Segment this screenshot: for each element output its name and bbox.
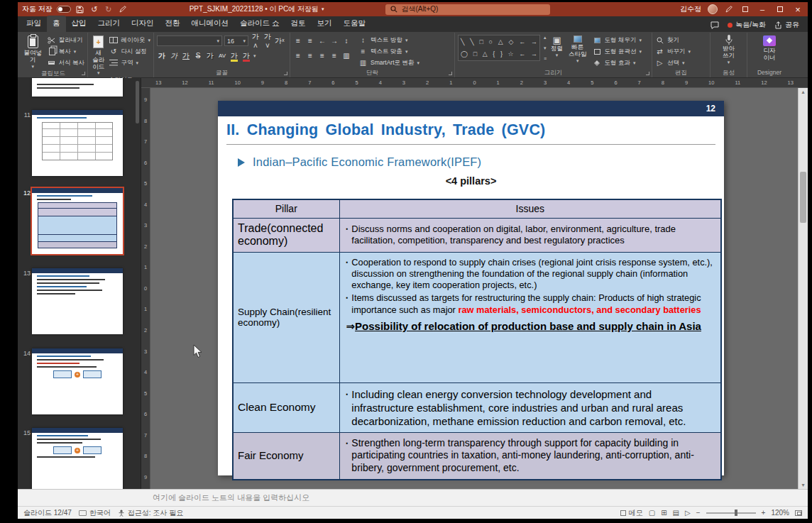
format-painter-button[interactable]: 서식 복사 (47, 57, 84, 68)
italic-button[interactable]: 가 (169, 51, 179, 61)
pillars-caption[interactable]: <4 pillars> (218, 175, 724, 187)
slide-thumbnail-12[interactable] (32, 188, 123, 254)
issues-cell-clean-economy[interactable]: ▪Including clean energy conversion techn… (339, 382, 721, 432)
strikethrough-button[interactable]: S (193, 52, 203, 60)
shapes-gallery-scroll[interactable]: ▴▾≡ (543, 35, 547, 61)
shapes-gallery[interactable]: ╲╲□○△◇←→ ◯□△{}☆←→ (458, 35, 540, 61)
pillars-table[interactable]: Pillar Issues Trade(connected economy) ▪… (232, 199, 722, 480)
pillar-cell-trade[interactable]: Trade(connected economy) (233, 218, 339, 252)
text-direction-button[interactable]: ↕ 텍스트 방향▾ (358, 35, 419, 45)
font-name-combobox[interactable]: ▾ (157, 35, 222, 46)
pen-icon[interactable] (118, 4, 128, 14)
clear-formatting-icon[interactable]: 가ˣ (275, 36, 285, 46)
slideshow-button[interactable]: ▷ (685, 509, 691, 517)
slide-subtitle[interactable]: Indian–Pacific Economic Framework(IPEF) (238, 155, 724, 169)
save-icon[interactable] (75, 4, 85, 14)
pillar-cell-fair-economy[interactable]: Fair Economy (233, 432, 339, 480)
dialog-launcher-icon[interactable] (646, 72, 649, 75)
slide-sorter-view-button[interactable]: ⊞ (661, 509, 666, 517)
align-center-icon[interactable]: ≡ (305, 52, 315, 60)
ribbon-tab[interactable]: 검토 (285, 16, 311, 32)
ribbon-tab[interactable]: 삽입 (66, 16, 92, 32)
convert-to-smartart-button[interactable]: ▥ SmartArt로 변환▾ (358, 57, 419, 68)
document-title[interactable]: PPT_SJKIM_20221128 • 이 PC에 저장됨 (190, 4, 319, 14)
shape-fill-button[interactable]: 도형 채우기▾ (593, 35, 642, 45)
highlight-color-button[interactable]: 가 (229, 51, 239, 61)
increase-indent-icon[interactable]: → (329, 37, 339, 45)
slide-thumbnail-14[interactable]: + (32, 348, 123, 414)
horizontal-ruler[interactable]: 13 12 11 10 9 8 7 6 (141, 78, 808, 88)
shape-outline-button[interactable]: 도형 윤곽선▾ (593, 46, 642, 57)
increase-font-size-icon[interactable]: 가˄ (251, 32, 260, 50)
ink-pen-icon[interactable] (724, 4, 734, 14)
ribbon-tab[interactable]: 도움말 (337, 16, 371, 32)
zoom-level[interactable]: 120% (771, 509, 789, 517)
dialog-launcher-icon[interactable] (82, 72, 85, 75)
slide-canvas[interactable]: 12 II. Changing Global Industry, Trade (… (150, 88, 798, 489)
slide-thumbnail-10[interactable] (32, 78, 123, 97)
issues-cell-trade[interactable]: ▪Discuss norms and cooperation on digita… (339, 218, 721, 252)
ribbon-tab[interactable]: 파일 (21, 16, 47, 32)
thumbnail-scrollbar[interactable] (136, 81, 139, 123)
slide[interactable]: 12 II. Changing Global Industry, Trade (… (218, 101, 724, 475)
close-button[interactable]: × (792, 4, 803, 15)
vertical-ruler[interactable]: 9 8 7 6 5 4 3 (141, 88, 150, 489)
designer-button[interactable]: 디자 이너 (762, 35, 777, 62)
cut-button[interactable]: 잘라내기 (47, 35, 84, 45)
copy-button[interactable]: 복사 ▾ (47, 46, 84, 57)
reset-button[interactable]: ↺ 다시 설정 (109, 46, 150, 57)
zoom-slider-thumb[interactable] (735, 510, 737, 516)
font-color-button[interactable]: 가 (241, 51, 251, 61)
chevron-down-icon[interactable]: ▾ (322, 6, 324, 12)
select-button[interactable]: ▷ 선택▾ (655, 57, 691, 68)
user-name[interactable]: 김수정 (680, 4, 701, 14)
accessibility-status[interactable]: 접근성: 조사 필요 (118, 508, 183, 518)
ribbon-display-options-icon[interactable] (740, 4, 750, 14)
pillar-cell-supply-chain[interactable]: Supply Chain(resilient economy) (233, 252, 339, 382)
find-button[interactable]: 찾기 (655, 35, 691, 45)
slide-title[interactable]: II. Changing Global Industry, Trade (GVC… (226, 121, 715, 145)
bold-button[interactable]: 가 (157, 51, 167, 61)
slide-thumbnail-11[interactable] (32, 110, 123, 176)
dialog-launcher-icon[interactable] (449, 72, 452, 75)
decrease-font-size-icon[interactable]: 가˅ (263, 32, 273, 50)
ribbon-tab[interactable]: 슬라이드 쇼 (234, 16, 285, 32)
ribbon-tab[interactable]: 홈 (47, 16, 66, 32)
paste-button[interactable]: 붙여넣기 ▾ (22, 35, 44, 69)
notes-toggle-button[interactable]: 메모 (620, 508, 643, 518)
slide-thumbnail-15[interactable]: + (32, 428, 123, 489)
slide-thumbnail-13[interactable] (32, 268, 123, 334)
search-input[interactable]: 검색(Alt+Q) (385, 4, 550, 15)
numbering-icon[interactable]: ≡ (305, 37, 315, 45)
zoom-in-button[interactable]: + (762, 509, 766, 517)
ribbon-tab[interactable]: 디자인 (126, 16, 160, 32)
ribbon-tab[interactable]: 그리기 (92, 16, 126, 32)
section-button[interactable]: 구역▾ (109, 57, 150, 68)
issues-cell-supply-chain[interactable]: ▪Cooperation to respond to supply chain … (339, 252, 721, 382)
scrollbar-thumb[interactable] (800, 172, 806, 223)
decrease-indent-icon[interactable]: ← (317, 37, 327, 45)
ribbon-tab[interactable]: 전환 (160, 16, 186, 32)
columns-icon[interactable]: ▥ (341, 52, 351, 60)
new-slide-button[interactable]: + 새 슬라이드 ▾ (91, 35, 106, 75)
ribbon-tab[interactable]: 보기 (311, 16, 337, 32)
justify-icon[interactable]: ≡ (329, 52, 339, 60)
font-size-combobox[interactable]: 16▾ (224, 35, 248, 46)
share-button[interactable]: 공유 (774, 20, 799, 30)
autosave-toggle[interactable] (57, 6, 71, 13)
record-button[interactable]: 녹음/녹화 (728, 20, 766, 30)
normal-view-button[interactable]: ▢ (649, 509, 655, 517)
scroll-up-icon[interactable]: ▴ (799, 89, 808, 95)
layout-button[interactable]: 레이아웃▾ (109, 35, 150, 45)
issues-cell-fair-economy[interactable]: ▪Strengthen long-term transparency throu… (339, 432, 721, 480)
quick-styles-button[interactable]: 빠른 스타일 ▾ (567, 35, 588, 63)
arrange-button[interactable]: ▣ 정렬 ▾ (549, 35, 564, 57)
comments-button[interactable] (710, 21, 719, 29)
avatar[interactable] (708, 4, 718, 14)
pillar-cell-clean-economy[interactable]: Clean Economy (233, 382, 339, 432)
shape-effects-button[interactable]: 도형 효과▾ (593, 57, 642, 68)
character-spacing-button[interactable]: AV (217, 53, 227, 59)
dialog-launcher-icon[interactable] (284, 72, 287, 75)
align-left-icon[interactable]: ≡ (293, 52, 303, 60)
maximize-button[interactable] (774, 5, 786, 13)
